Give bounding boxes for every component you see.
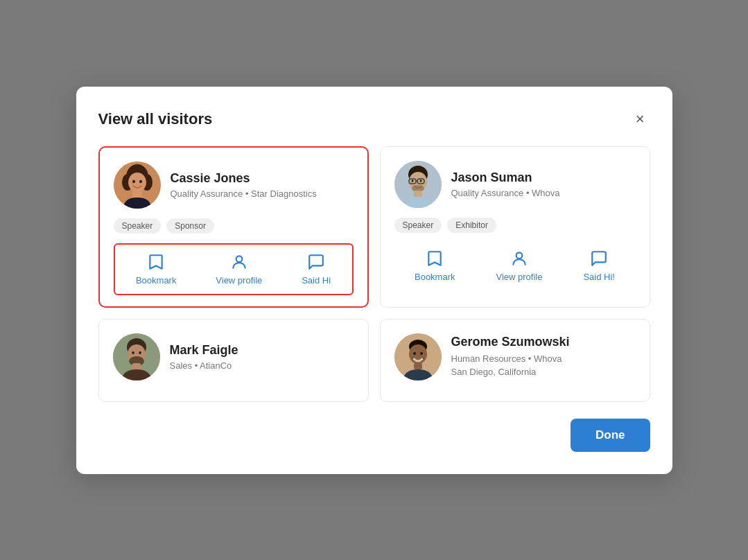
bookmark-button-jason[interactable]: Bookmark <box>406 245 464 286</box>
bookmark-label: Bookmark <box>136 275 177 286</box>
card-name-gerome: Gerome Szumowski <box>451 335 636 349</box>
card-info-mark: Mark Faigle Sales • AtianCo <box>170 343 354 371</box>
badge-speaker: Speaker <box>114 218 162 234</box>
bookmark-icon <box>147 253 165 271</box>
view-profile-label: View profile <box>216 275 262 286</box>
badges-cassie: Speaker Sponsor <box>114 218 354 234</box>
svg-rect-7 <box>132 191 142 198</box>
card-mark: Mark Faigle Sales • AtianCo <box>98 319 369 402</box>
card-top-jason: Jason Suman Quality Assurance • Whova <box>394 161 636 208</box>
svg-rect-26 <box>132 363 141 369</box>
svg-point-5 <box>132 180 135 182</box>
avatar-jason <box>394 161 442 208</box>
svg-point-15 <box>411 180 413 182</box>
card-name-cassie: Cassie Jones <box>171 171 354 186</box>
said-hi-button-cassie[interactable]: Said Hi <box>293 249 339 290</box>
badge-exhibitor-jason: Exhibitor <box>447 218 496 233</box>
card-actions-cassie: Bookmark View profile Said Hi <box>114 243 354 295</box>
close-button[interactable]: × <box>630 109 650 130</box>
card-info-jason: Jason Suman Quality Assurance • Whova <box>451 170 636 198</box>
view-profile-icon <box>230 253 248 271</box>
said-hi-icon-jason <box>590 250 608 268</box>
svg-point-16 <box>419 180 421 182</box>
modal-header: View all visitors × <box>98 109 650 130</box>
avatar-cassie <box>114 161 161 209</box>
bookmark-icon-jason <box>426 250 444 268</box>
card-name-jason: Jason Suman <box>451 170 636 185</box>
cards-grid: Cassie Jones Quality Assurance • Star Di… <box>98 146 650 402</box>
card-cassie: Cassie Jones Quality Assurance • Star Di… <box>98 146 369 308</box>
done-button[interactable]: Done <box>571 419 650 452</box>
svg-rect-18 <box>414 191 422 197</box>
view-profile-label-jason: View profile <box>496 272 543 282</box>
said-hi-button-jason[interactable]: Said Hi! <box>575 245 623 286</box>
card-gerome: Gerome Szumowski Human Resources • Whova… <box>380 319 650 402</box>
svg-point-6 <box>139 180 142 182</box>
bookmark-label-jason: Bookmark <box>415 272 455 282</box>
svg-point-30 <box>413 352 416 355</box>
svg-point-8 <box>236 256 242 262</box>
card-role-cassie: Quality Assurance • Star Diagnostics <box>171 189 354 199</box>
badge-speaker-jason: Speaker <box>394 218 442 233</box>
bookmark-button-cassie[interactable]: Bookmark <box>128 249 185 290</box>
avatar-mark <box>113 333 160 380</box>
modal: View all visitors × <box>76 87 672 474</box>
view-profile-button-cassie[interactable]: View profile <box>207 249 270 290</box>
avatar-gerome <box>394 333 442 380</box>
card-top-mark: Mark Faigle Sales • AtianCo <box>113 333 354 380</box>
card-top-gerome: Gerome Szumowski Human Resources • Whova… <box>394 333 636 380</box>
badges-jason: Speaker Exhibitor <box>394 218 636 233</box>
card-role-gerome: Human Resources • WhovaSan Diego, Califo… <box>451 352 636 379</box>
card-name-mark: Mark Faigle <box>170 343 354 358</box>
badge-sponsor: Sponsor <box>166 218 214 234</box>
card-role-jason: Quality Assurance • Whova <box>451 188 636 198</box>
said-hi-label: Said Hi <box>302 275 331 286</box>
svg-point-31 <box>420 352 423 355</box>
modal-footer: Done <box>98 419 650 452</box>
svg-point-19 <box>516 252 523 259</box>
view-profile-button-jason[interactable]: View profile <box>488 245 551 286</box>
card-actions-jason: Bookmark View profile Said Hi! <box>394 243 636 286</box>
said-hi-icon <box>307 253 325 271</box>
modal-title: View all visitors <box>98 110 213 128</box>
view-profile-icon-jason <box>510 250 528 268</box>
card-info-cassie: Cassie Jones Quality Assurance • Star Di… <box>171 171 354 199</box>
card-jason: Jason Suman Quality Assurance • Whova Sp… <box>380 146 650 308</box>
svg-rect-32 <box>414 363 422 369</box>
card-top: Cassie Jones Quality Assurance • Star Di… <box>114 161 354 209</box>
svg-point-24 <box>132 351 134 354</box>
card-role-mark: Sales • AtianCo <box>170 360 354 371</box>
said-hi-label-jason: Said Hi! <box>583 272 615 282</box>
svg-point-25 <box>139 351 141 354</box>
card-info-gerome: Gerome Szumowski Human Resources • Whova… <box>451 335 636 379</box>
svg-point-4 <box>128 173 146 192</box>
